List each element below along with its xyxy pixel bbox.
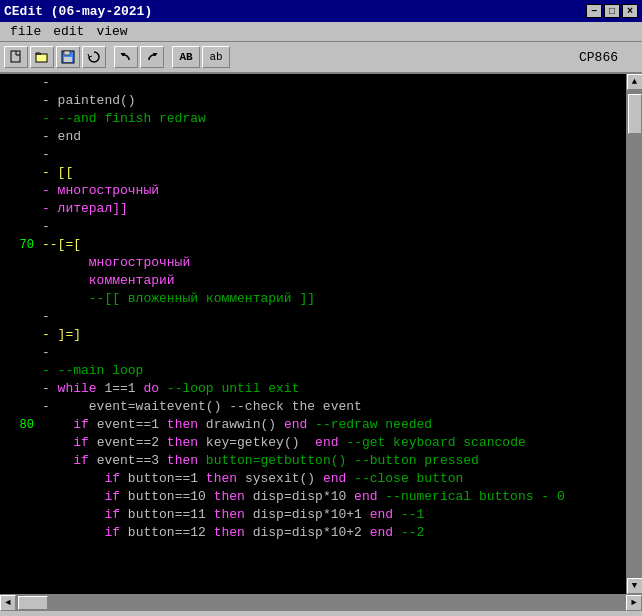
code-token: disp=disp*10+1 — [245, 506, 370, 524]
code-token: then — [167, 434, 198, 452]
code-token: многострочный — [42, 254, 190, 272]
code-line: - end — [42, 128, 626, 146]
code-token: --close button — [346, 470, 463, 488]
code-line: - ]=] — [42, 326, 626, 344]
code-token: button==12 — [120, 524, 214, 542]
code-token — [42, 470, 104, 488]
code-line: - — [42, 344, 626, 362]
scroll-down-button[interactable]: ▼ — [627, 578, 643, 594]
toolbar: AB ab CP866 — [0, 42, 642, 74]
code-line: if button==1 then sysexit() end --close … — [42, 470, 626, 488]
open-button[interactable] — [30, 46, 54, 68]
title-text: CEdit (06-may-2021) — [4, 4, 152, 19]
code-token: key=getkey() — [198, 434, 315, 452]
menu-file[interactable]: file — [4, 23, 47, 40]
hscroll-thumb[interactable] — [18, 596, 48, 610]
code-area[interactable]: -- paintend()- --and finish redraw- end-… — [38, 74, 626, 594]
code-token: if — [104, 470, 120, 488]
menu-edit[interactable]: edit — [47, 23, 90, 40]
code-token — [42, 506, 104, 524]
code-token: then — [214, 488, 245, 506]
code-token: button=getbutton() --button pressed — [198, 452, 479, 470]
gutter-line — [0, 470, 38, 488]
editor-container: 7080 -- paintend()- --and finish redraw-… — [0, 74, 642, 594]
reload-button[interactable] — [82, 46, 106, 68]
code-token: sysexit() — [237, 470, 323, 488]
code-line: - event=waitevent() --check the event — [42, 398, 626, 416]
scroll-left-button[interactable]: ◄ — [0, 595, 16, 611]
code-token: - end — [42, 128, 81, 146]
code-token: if — [104, 524, 120, 542]
code-token: - литерал]] — [42, 200, 128, 218]
redo-button[interactable] — [140, 46, 164, 68]
code-token: if — [73, 434, 89, 452]
code-token: if — [73, 452, 89, 470]
code-token: end — [315, 434, 338, 452]
code-token: - — [42, 74, 50, 92]
code-token: if — [104, 506, 120, 524]
code-token: - --and finish redraw — [42, 110, 206, 128]
encoding-label: CP866 — [579, 50, 638, 65]
gutter-line — [0, 128, 38, 146]
code-line: комментарий — [42, 272, 626, 290]
menu-view[interactable]: view — [90, 23, 133, 40]
scroll-track[interactable] — [627, 90, 643, 578]
hscroll-track[interactable] — [16, 595, 626, 611]
code-token: - многострочный — [42, 182, 159, 200]
scroll-up-button[interactable]: ▲ — [627, 74, 643, 90]
gutter-line — [0, 272, 38, 290]
code-line: if event==1 then drawwin() end --redraw … — [42, 416, 626, 434]
code-token: then — [167, 416, 198, 434]
lowercase-button[interactable]: ab — [202, 46, 230, 68]
code-token — [42, 434, 73, 452]
code-token: disp=disp*10 — [245, 488, 354, 506]
code-token: 1==1 — [97, 380, 144, 398]
code-token: end — [284, 416, 307, 434]
code-line: - --main loop — [42, 362, 626, 380]
gutter-line — [0, 506, 38, 524]
minimize-button[interactable]: − — [586, 4, 602, 18]
scroll-thumb[interactable] — [628, 94, 642, 134]
gutter-line — [0, 200, 38, 218]
gutter-line — [0, 254, 38, 272]
save-button[interactable] — [56, 46, 80, 68]
code-token: --[[ вложенный комментарий ]] — [42, 290, 315, 308]
new-button[interactable] — [4, 46, 28, 68]
code-line: - — [42, 308, 626, 326]
code-token: end — [354, 488, 377, 506]
code-token — [42, 452, 73, 470]
code-line: --[=[ — [42, 236, 626, 254]
menu-bar: file edit view — [0, 22, 642, 42]
gutter-line — [0, 524, 38, 542]
gutter-line: 80 — [0, 416, 38, 434]
code-token: end — [370, 506, 393, 524]
code-token: if — [104, 488, 120, 506]
code-token: then — [206, 470, 237, 488]
code-line: if event==2 then key=getkey() end --get … — [42, 434, 626, 452]
horizontal-scrollbar: ◄ ► — [0, 594, 642, 610]
gutter-line — [0, 182, 38, 200]
code-token: then — [167, 452, 198, 470]
code-line: - литерал]] — [42, 200, 626, 218]
svg-rect-5 — [64, 57, 72, 62]
code-token: then — [214, 524, 245, 542]
code-token: button==1 — [120, 470, 206, 488]
status-bar: 1: 1 /tmp0/1/CALC.LUA — [0, 610, 642, 616]
gutter-line — [0, 74, 38, 92]
code-token: button==10 — [120, 488, 214, 506]
code-line: - paintend() — [42, 92, 626, 110]
code-token: disp=disp*10+2 — [245, 524, 370, 542]
code-token: event==1 — [89, 416, 167, 434]
code-line: - --and finish redraw — [42, 110, 626, 128]
line-gutter: 7080 — [0, 74, 38, 594]
scroll-right-button[interactable]: ► — [626, 595, 642, 611]
code-token: if — [73, 416, 89, 434]
gutter-line — [0, 164, 38, 182]
code-token: - --main loop — [42, 362, 143, 380]
undo-button[interactable] — [114, 46, 138, 68]
uppercase-button[interactable]: AB — [172, 46, 200, 68]
code-token: - — [42, 218, 50, 236]
maximize-button[interactable]: □ — [604, 4, 620, 18]
close-button[interactable]: × — [622, 4, 638, 18]
code-token: --loop until exit — [159, 380, 299, 398]
